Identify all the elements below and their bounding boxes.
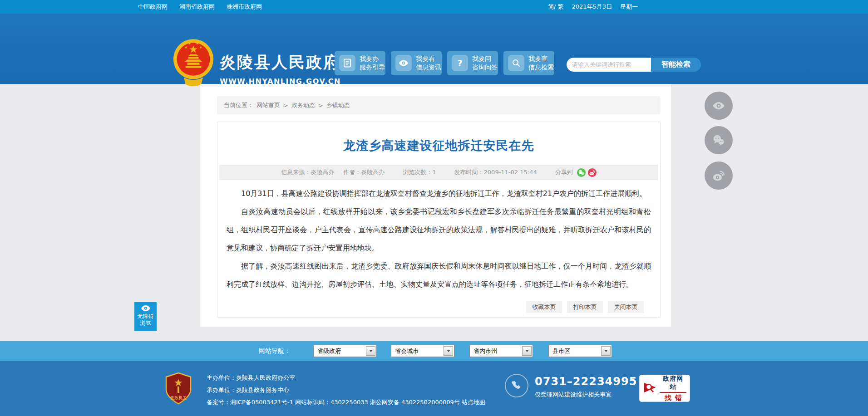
print-page-button[interactable]: 打印本页	[567, 301, 603, 313]
select-county-districts[interactable]: 县市区	[548, 345, 612, 357]
search-input[interactable]	[567, 58, 651, 72]
share-weibo-icon[interactable]	[588, 168, 597, 177]
link-zhuzhou-gov[interactable]: 株洲市政府网	[227, 3, 262, 11]
phone-icon	[505, 374, 528, 397]
chevron-down-icon	[601, 346, 611, 356]
site-name: 炎陵县人民政府	[220, 52, 341, 73]
eye-icon	[712, 99, 725, 113]
error-badge-text: 政府网站 找错	[660, 375, 686, 402]
article-body: 10月31日，县高速公路建设协调指挥部在龙渣双奎村督查龙渣乡的征地拆迁工作，龙渣…	[227, 185, 651, 294]
party-gov-shield-badge[interactable]: 党政机关	[164, 372, 192, 405]
accessibility-label: 浏览	[134, 320, 157, 327]
footer-info: 主办单位：炎陵县人民政府办公室 承办单位：炎陵县政务服务中心 备案号：湘ICP备…	[207, 372, 485, 408]
link-hunan-gov[interactable]: 湖南省政府网	[179, 3, 215, 11]
question-icon: ?	[452, 55, 468, 71]
article-box: 龙渣乡高速建设征地拆迁安民在先 信息来源：炎陵高办 作者：炎陵高办 浏览次数：1…	[217, 122, 661, 318]
article-actions: 收藏本页 打印本页 关闭本页	[526, 301, 644, 313]
link-china-gov[interactable]: 中国政府网	[138, 3, 168, 11]
svg-text:党政机关: 党政机关	[170, 396, 187, 400]
current-weekday: 星期一	[620, 3, 638, 11]
share-label: 分享到	[555, 168, 573, 176]
select-value: 省级政府	[317, 347, 341, 355]
article-paragraph: 10月31日，县高速公路建设协调指挥部在龙渣双奎村督查龙渣乡的征地拆迁工作，龙渣…	[227, 185, 651, 203]
document-icon	[339, 55, 355, 71]
sitemap-link[interactable]: 站点地图	[462, 399, 485, 406]
site-identity: 炎陵县人民政府 WWW.HNYANLING.GOV.CN	[220, 52, 341, 86]
site-search: 智能检索	[567, 58, 701, 72]
meta-publish-time: 发布时间：2009-11-02 15:44	[454, 168, 537, 176]
eye-icon	[140, 305, 151, 312]
breadcrumb-home[interactable]: 网站首页	[256, 101, 280, 109]
meta-author: 作者：炎陵高办	[343, 168, 385, 176]
current-date: 2021年5月3日	[572, 3, 612, 11]
record-text: 备案号：湘ICP备05003421号-1 网站标识码：4302250033 湘公…	[207, 399, 460, 406]
gov-site-error-report-badge[interactable]: 政府网站 找错	[639, 375, 690, 402]
accessibility-label: 无障碍	[134, 313, 157, 320]
phone-note: 仅受理网站建设维护相关事宜	[535, 391, 612, 399]
quick-button-service[interactable]: 我要办 服务引导	[335, 51, 385, 75]
quick-button-ask[interactable]: ? 我要问 咨询问答	[447, 51, 498, 75]
article-title: 龙渣乡高速建设征地拆迁安民在先	[217, 137, 660, 154]
article-paragraph: 自炎汝高速动员会以后，红线放样开始以来，该乡党委书记段宏和乡长盘建军多次亲临拆迁…	[227, 203, 651, 257]
select-value: 省会城市	[395, 347, 419, 355]
select-province-cities[interactable]: 省内市州	[469, 345, 533, 357]
select-capital-cities[interactable]: 省会城市	[391, 345, 454, 357]
select-value: 县市区	[552, 347, 570, 355]
site-nav-bar: 网站导航： 省级政府 省会城市 省内市州 县市区	[0, 341, 868, 361]
chevron-down-icon	[444, 346, 453, 356]
breadcrumb-xiangzhen[interactable]: 乡镇动态	[326, 101, 350, 109]
quick-button-query[interactable]: 我要查 信息检索	[503, 51, 554, 75]
quick-button-news[interactable]: 我要看 信息资讯	[391, 51, 442, 75]
footer-record-line: 备案号：湘ICP备05003421号-1 网站标识码：4302250033 湘公…	[207, 396, 485, 408]
quick-button-label: 我要办 服务引导	[360, 54, 385, 72]
sidebar-weibo-button[interactable]	[705, 162, 733, 190]
lang-toggle[interactable]: 简/ 繁	[548, 3, 564, 11]
footer-host-line: 主办单位：炎陵县人民政府办公室	[207, 372, 485, 384]
bookmark-page-button[interactable]: 收藏本页	[526, 301, 562, 313]
sidebar-accessibility-button[interactable]	[705, 92, 733, 120]
article-meta: 信息来源：炎陵高办 作者：炎陵高办 浏览次数：1 发布时间：2009-11-02…	[219, 165, 658, 180]
breadcrumb: 当前位置： 网站首页 > 政务动态 > 乡镇动态	[217, 96, 661, 114]
nav-label: 网站导航：	[259, 341, 291, 361]
smart-search-button[interactable]: 智能检索	[651, 58, 701, 72]
quick-button-label: 我要查 信息检索	[528, 54, 554, 72]
weibo-icon	[712, 169, 725, 182]
site-header: 炎陵县人民政府 WWW.HNYANLING.GOV.CN 我要办 服务引导	[0, 14, 868, 84]
close-page-button[interactable]: 关闭本页	[608, 301, 644, 313]
gov-links: 中国政府网 湖南省政府网 株洲市政府网	[138, 0, 262, 14]
select-value: 省内市州	[473, 347, 497, 355]
error-finder-icon	[643, 381, 658, 396]
chevron-down-icon	[522, 346, 532, 356]
article-paragraph: 据了解，炎汝高速红线图出来后，龙渣乡党委、政府放弃国庆长假和周末休息时间夜以继日…	[227, 257, 651, 294]
accessibility-widget[interactable]: 无障碍 浏览	[134, 302, 157, 331]
search-icon	[508, 55, 524, 71]
service-phone-number: 0731–22234995	[535, 375, 637, 388]
select-provincial-gov[interactable]: 省级政府	[313, 345, 377, 357]
footer-organizer-line: 承办单位：炎陵县政务服务中心	[207, 384, 485, 396]
breadcrumb-zhengwu[interactable]: 政务动态	[291, 101, 315, 109]
meta-views: 浏览次数：1	[403, 168, 436, 176]
quick-button-label: 我要问 咨询问答	[472, 54, 498, 72]
top-bar: 中国政府网 湖南省政府网 株洲市政府网 简/ 繁 2021年5月3日 星期一	[0, 0, 868, 14]
quick-button-label: 我要看 信息资讯	[416, 54, 441, 72]
breadcrumb-separator: >	[318, 102, 323, 109]
national-emblem-logo	[172, 37, 215, 89]
meta-source: 信息来源：炎陵高办	[281, 168, 334, 176]
chevron-down-icon	[366, 346, 375, 356]
topbar-right: 简/ 繁 2021年5月3日 星期一	[548, 0, 638, 14]
share-wechat-icon[interactable]	[577, 168, 586, 177]
breadcrumb-separator: >	[283, 102, 288, 109]
site-footer: 党政机关 主办单位：炎陵县人民政府办公室 承办单位：炎陵县政务服务中心 备案号：…	[0, 361, 868, 416]
eye-icon	[395, 55, 412, 71]
breadcrumb-label: 当前位置：	[224, 101, 253, 109]
wechat-icon	[712, 133, 725, 147]
page: 中国政府网 湖南省政府网 株洲市政府网 简/ 繁 2021年5月3日 星期一	[0, 0, 868, 416]
sidebar-wechat-button[interactable]	[705, 126, 733, 154]
